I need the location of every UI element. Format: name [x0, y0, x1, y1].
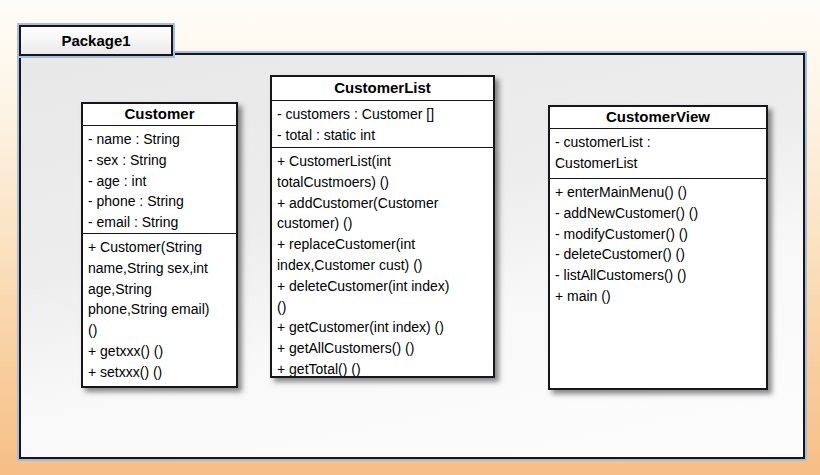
attribute: - age : int — [88, 171, 232, 192]
diagram-canvas: Package1 Customer - name : String - sex … — [0, 0, 820, 475]
class-box-customerlist[interactable]: CustomerList - customers : Customer [] -… — [270, 75, 495, 378]
methods-section: + CustomerList(int totalCustmoers) () + … — [272, 148, 493, 378]
methods-section: + Customer(String name,String sex,int ag… — [83, 234, 236, 383]
class-title: CustomerView — [550, 107, 766, 129]
class-box-customerview[interactable]: CustomerView - customerList : CustomerLi… — [548, 105, 768, 390]
method: - addNewCustomer() () — [555, 203, 762, 224]
attribute: - customers : Customer [] — [277, 104, 489, 125]
method: + CustomerList(int totalCustmoers) () — [277, 151, 489, 193]
class-title: CustomerList — [272, 77, 493, 101]
method: + getAllCustomers() () — [277, 338, 489, 359]
method: - listAllCustomers() () — [555, 265, 762, 286]
attributes-section: - name : String - sex : String - age : i… — [83, 126, 236, 234]
method: + getxxx() () — [88, 341, 232, 362]
package-name: Package1 — [61, 32, 130, 49]
attribute: - email : String — [88, 212, 232, 233]
methods-section: + enterMainMenu() () - addNewCustomer() … — [550, 179, 766, 307]
attribute: - sex : String — [88, 150, 232, 171]
attribute: - phone : String — [88, 191, 232, 212]
method: + main () — [555, 286, 762, 307]
method: + deleteCustomer(int index) () — [277, 276, 489, 318]
attribute: - customerList : CustomerList — [555, 132, 762, 174]
method: + setxxx() () — [88, 362, 232, 383]
attribute: - total : static int — [277, 125, 489, 146]
package-tab[interactable]: Package1 — [19, 25, 173, 56]
method: + getTotal() () — [277, 359, 489, 378]
class-title: Customer — [83, 104, 236, 126]
method: + addCustomer(Customer customer) () — [277, 193, 489, 235]
method: + getCustomer(int index) () — [277, 317, 489, 338]
attributes-section: - customerList : CustomerList — [550, 129, 766, 179]
method: - modifyCustomer() () — [555, 224, 762, 245]
attributes-section: - customers : Customer [] - total : stat… — [272, 101, 493, 148]
method: + enterMainMenu() () — [555, 182, 762, 203]
class-box-customer[interactable]: Customer - name : String - sex : String … — [81, 102, 238, 388]
method: - deleteCustomer() () — [555, 244, 762, 265]
method: + Customer(String name,String sex,int ag… — [88, 237, 232, 341]
attribute: - name : String — [88, 129, 232, 150]
method: + replaceCustomer(int index,Customer cus… — [277, 234, 489, 276]
